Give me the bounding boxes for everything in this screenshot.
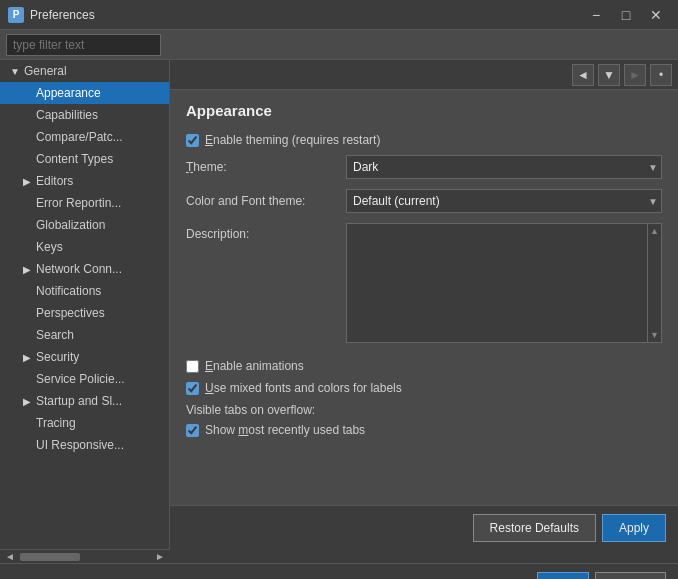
sidebar-item-content-types[interactable]: Content Types <box>0 148 169 170</box>
apply-button[interactable]: Apply <box>602 514 666 542</box>
enable-theming-label[interactable]: Enable theming (requires restart) <box>205 133 380 147</box>
expand-icon-startup: ▶ <box>20 394 34 408</box>
description-row: Description: ▲ ▼ <box>186 223 662 353</box>
restore-defaults-button[interactable]: Restore Defaults <box>473 514 596 542</box>
window-controls: − □ ✕ <box>582 4 670 26</box>
expand-icon-editors: ▶ <box>20 174 34 188</box>
expand-icon-service <box>20 372 34 386</box>
app-icon: P <box>8 7 24 23</box>
sidebar-item-service-policies[interactable]: Service Policie... <box>0 368 169 390</box>
enable-theming-checkbox[interactable] <box>186 134 199 147</box>
expand-icon-notifications <box>20 284 34 298</box>
sidebar-item-ui-responsive[interactable]: UI Responsive... <box>0 434 169 456</box>
show-recent-row: Show most recently used tabs <box>186 423 662 437</box>
sidebar-item-capabilities[interactable]: Capabilities <box>0 104 169 126</box>
ok-button[interactable]: OK <box>537 572 588 580</box>
expand-icon-content <box>20 152 34 166</box>
color-font-select-wrapper: Default (current) Classic High Contrast … <box>346 189 662 213</box>
color-font-label: Color and Font theme: <box>186 194 346 208</box>
mixed-fonts-text: Use mixed fonts and colors for labels <box>205 381 402 395</box>
show-recent-label[interactable]: Show most recently used tabs <box>205 423 365 437</box>
content-area: ◄ ▼ ► • Appearance Enable theming (requi… <box>170 60 678 549</box>
theme-row: Theme: Dark Light Classic ▼ <box>186 155 662 179</box>
expand-icon-security: ▶ <box>20 350 34 364</box>
theme-label: Theme: <box>186 160 346 174</box>
window-title: Preferences <box>30 8 582 22</box>
mixed-fonts-checkbox[interactable] <box>186 382 199 395</box>
minimize-button[interactable]: − <box>582 4 610 26</box>
dropdown-button[interactable]: ▼ <box>598 64 620 86</box>
sidebar-item-appearance[interactable]: Appearance <box>0 82 169 104</box>
enable-theming-row: Enable theming (requires restart) <box>186 133 662 147</box>
back-button[interactable]: ◄ <box>572 64 594 86</box>
sidebar-item-perspectives[interactable]: Perspectives <box>0 302 169 324</box>
theme-select-wrapper: Dark Light Classic ▼ <box>346 155 662 179</box>
enable-animations-row: Enable animations <box>186 359 662 373</box>
filter-input[interactable] <box>6 34 161 56</box>
dots-button[interactable]: • <box>650 64 672 86</box>
panel-title: Appearance <box>186 102 662 119</box>
enable-animations-text: Enable animations <box>205 359 304 373</box>
expand-icon-tracing <box>20 416 34 430</box>
expand-icon-globalization <box>20 218 34 232</box>
horizontal-scrollbar-thumb[interactable] <box>20 553 80 561</box>
expand-icon-perspectives <box>20 306 34 320</box>
sidebar-item-general[interactable]: ▼ General <box>0 60 169 82</box>
expand-icon-appearance <box>20 86 34 100</box>
appearance-panel: Appearance Enable theming (requires rest… <box>170 90 678 505</box>
sidebar-item-search[interactable]: Search <box>0 324 169 346</box>
mixed-fonts-row: Use mixed fonts and colors for labels <box>186 381 662 395</box>
forward-button[interactable]: ► <box>624 64 646 86</box>
title-bar: P Preferences − □ ✕ <box>0 0 678 30</box>
main-layout: ▼ General Appearance Capabilities Compar… <box>0 60 678 549</box>
mixed-fonts-label[interactable]: Use mixed fonts and colors for labels <box>205 381 402 395</box>
color-font-select[interactable]: Default (current) Classic High Contrast <box>346 189 662 213</box>
sidebar-item-security[interactable]: ▶ Security <box>0 346 169 368</box>
dialog-footer: ? ⊙ OK Cancel <box>0 563 678 579</box>
sidebar-item-tracing[interactable]: Tracing <box>0 412 169 434</box>
description-textarea[interactable] <box>347 224 647 342</box>
visible-tabs-label: Visible tabs on overflow: <box>186 403 662 417</box>
description-box: ▲ ▼ <box>346 223 662 343</box>
sidebar-item-error-reporting[interactable]: Error Reportin... <box>0 192 169 214</box>
close-button[interactable]: ✕ <box>642 4 670 26</box>
sidebar-item-editors[interactable]: ▶ Editors <box>0 170 169 192</box>
expand-icon-general: ▼ <box>8 64 22 78</box>
enable-animations-label[interactable]: Enable animations <box>205 359 304 373</box>
sidebar: ▼ General Appearance Capabilities Compar… <box>0 60 170 549</box>
status-icons: ? ⊙ <box>8 564 37 579</box>
expand-icon-capabilities <box>20 108 34 122</box>
expand-icon-search <box>20 328 34 342</box>
show-recent-text: Show most recently used tabs <box>205 423 365 437</box>
panel-actions-bar: Restore Defaults Apply <box>170 505 678 549</box>
scroll-up-arrow[interactable]: ▲ <box>648 224 661 238</box>
expand-icon-compare <box>20 130 34 144</box>
sidebar-item-globalization[interactable]: Globalization <box>0 214 169 236</box>
description-label: Description: <box>186 223 346 353</box>
sidebar-item-network[interactable]: ▶ Network Conn... <box>0 258 169 280</box>
scroll-right-btn[interactable]: ► <box>150 550 170 563</box>
expand-icon-keys <box>20 240 34 254</box>
theme-select[interactable]: Dark Light Classic <box>346 155 662 179</box>
scroll-left-btn[interactable]: ◄ <box>0 550 20 563</box>
cancel-button[interactable]: Cancel <box>595 572 666 580</box>
expand-icon-ui <box>20 438 34 452</box>
sidebar-item-startup[interactable]: ▶ Startup and Sl... <box>0 390 169 412</box>
sidebar-item-keys[interactable]: Keys <box>0 236 169 258</box>
sidebar-item-compare-patch[interactable]: Compare/Patc... <box>0 126 169 148</box>
search-bar <box>0 30 678 60</box>
content-toolbar: ◄ ▼ ► • <box>170 60 678 90</box>
enable-theming-text: Enable theming (requires restart) <box>205 133 380 147</box>
sidebar-item-notifications[interactable]: Notifications <box>0 280 169 302</box>
show-recent-checkbox[interactable] <box>186 424 199 437</box>
expand-icon-error <box>20 196 34 210</box>
scroll-down-arrow[interactable]: ▼ <box>648 328 661 342</box>
description-scrollbar: ▲ ▼ <box>647 224 661 342</box>
maximize-button[interactable]: □ <box>612 4 640 26</box>
enable-animations-checkbox[interactable] <box>186 360 199 373</box>
color-font-row: Color and Font theme: Default (current) … <box>186 189 662 213</box>
expand-icon-network: ▶ <box>20 262 34 276</box>
